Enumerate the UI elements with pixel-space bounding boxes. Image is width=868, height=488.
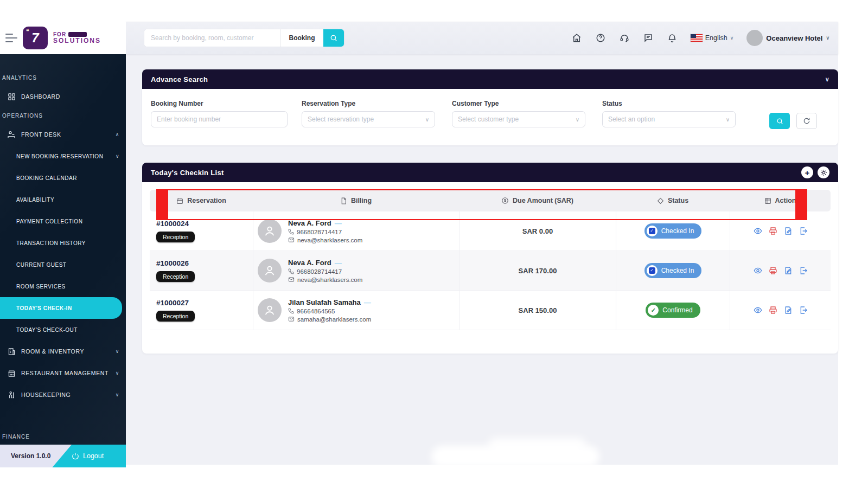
guest-detail-dash-icon[interactable]: — xyxy=(335,259,342,267)
advance-search-body: Booking Number Reservation Type Select r… xyxy=(142,89,838,145)
guest-phone: 96664864565 xyxy=(297,308,335,314)
help-icon[interactable] xyxy=(595,33,606,43)
restaurant-icon xyxy=(7,368,16,378)
view-eye-icon[interactable] xyxy=(754,227,762,235)
guest-detail-dash-icon[interactable]: — xyxy=(335,219,342,227)
filter-search-button[interactable] xyxy=(769,113,790,129)
sidebar-item-label: DASHBOARD xyxy=(21,93,60,100)
booking-number[interactable]: #1000026 xyxy=(156,259,189,267)
sidebar-item-booking-calendar[interactable]: BOOKING CALENDAR xyxy=(0,167,126,189)
guest-info: Jilan Sulafah Samaha— 96664864565 samaha… xyxy=(288,298,371,323)
sidebar-item-todays-check-in[interactable]: TODAY'S CHECK-IN xyxy=(0,297,122,319)
account-menu[interactable]: Oceanview Hotel ∨ xyxy=(746,30,829,46)
checkout-exit-icon[interactable] xyxy=(799,306,808,314)
collapse-sidebar-icon[interactable] xyxy=(5,34,17,42)
edit-document-icon[interactable] xyxy=(784,266,793,275)
add-booking-button[interactable]: + xyxy=(801,166,813,178)
sidebar-footer: Logout Version 1.0.0 xyxy=(0,445,126,467)
notifications-bell-icon[interactable] xyxy=(667,33,678,43)
topbar-actions: English ∨ Oceanview Hotel ∨ xyxy=(571,30,838,46)
table-settings-button[interactable] xyxy=(818,166,829,178)
search-scope-dropdown[interactable]: Booking xyxy=(280,29,323,47)
search-button[interactable] xyxy=(323,29,344,47)
us-flag-icon xyxy=(691,34,703,42)
guest-avatar xyxy=(258,298,282,322)
reservation-type-field: Reservation Type Select reservation type… xyxy=(302,100,435,127)
sidebar-item-availability[interactable]: AVAILABILITY xyxy=(0,189,126,210)
edit-document-icon[interactable] xyxy=(784,227,793,235)
collapse-panel-icon[interactable]: ∨ xyxy=(825,76,829,83)
chevron-down-icon: ∨ xyxy=(116,370,119,376)
sidebar-item-todays-check-out[interactable]: TODAY'S CHECK-OUT xyxy=(0,319,126,341)
logout-button[interactable]: Logout xyxy=(72,445,126,467)
reset-filters-button[interactable] xyxy=(796,113,817,129)
channel-badge: Reception xyxy=(156,232,195,242)
print-icon[interactable] xyxy=(769,266,777,275)
billing-file-icon xyxy=(340,197,347,204)
app-window: ❝ 7 FOR SOLUTIONS ANALYTICS DASHBOARD OP… xyxy=(0,0,868,488)
checkout-exit-icon[interactable] xyxy=(799,227,808,235)
sidebar-item-label: HOUSEKEEPING xyxy=(21,391,71,398)
sidebar: ANALYTICS DASHBOARD OPERATIONS FRONT DES… xyxy=(0,54,126,445)
booking-number[interactable]: #1000024 xyxy=(156,220,189,228)
print-icon[interactable] xyxy=(769,306,777,314)
channel-badge: Reception xyxy=(156,311,195,322)
sidebar-item-room-services[interactable]: ROOM SERVICES xyxy=(0,275,126,297)
col-label: Billing xyxy=(351,197,372,204)
guest-name[interactable]: Neva A. Ford xyxy=(288,219,331,227)
edit-document-icon[interactable] xyxy=(784,306,793,314)
status-text: Confirmed xyxy=(662,306,692,314)
messages-icon[interactable] xyxy=(643,33,654,43)
cell-due-amount: SAR 150.00 xyxy=(459,291,616,330)
print-icon[interactable] xyxy=(769,227,777,235)
booking-number-input[interactable] xyxy=(151,111,288,127)
checkin-list-header: Today's Checkin List + xyxy=(142,163,838,182)
sidebar-item-front-desk[interactable]: FRONT DESK ∧ xyxy=(0,124,126,145)
brand-logo: ❝ 7 xyxy=(23,27,48,49)
guest-detail-dash-icon[interactable]: — xyxy=(364,298,371,306)
guest-name[interactable]: Neva A. Ford xyxy=(288,259,331,267)
view-eye-icon[interactable] xyxy=(754,266,762,275)
sidebar-item-new-booking[interactable]: NEW BOOKING /RESERVATION ∨ xyxy=(0,145,126,167)
guest-name[interactable]: Jilan Sulafah Samaha xyxy=(288,298,361,306)
sidebar-item-dashboard[interactable]: DASHBOARD xyxy=(0,86,126,107)
checkbox-icon: ✓ xyxy=(647,226,658,236)
chevron-down-icon: ∨ xyxy=(826,35,829,41)
due-amount: SAR 0.00 xyxy=(522,227,553,235)
guest-phone: 9668028714417 xyxy=(297,268,342,275)
col-label: Due Amount (SAR) xyxy=(513,197,573,204)
chevron-up-icon: ∧ xyxy=(116,132,119,137)
customer-type-select[interactable]: Select customer type ∨ xyxy=(452,111,585,127)
reservation-type-label: Reservation Type xyxy=(302,100,435,107)
checkout-exit-icon[interactable] xyxy=(799,266,808,275)
refresh-icon xyxy=(803,117,810,125)
customer-type-field: Customer Type Select customer type ∨ xyxy=(452,100,585,127)
col-header-due-amount: Due Amount (SAR) xyxy=(459,197,616,204)
chevron-down-icon: ∨ xyxy=(730,35,734,41)
search-input[interactable] xyxy=(144,29,280,47)
cell-reservation: #1000026 Reception xyxy=(150,251,253,290)
booking-number[interactable]: #1000027 xyxy=(156,299,189,307)
sidebar-item-restaurant-management[interactable]: RESTAURANT MANAGEMENT ∨ xyxy=(0,362,126,384)
cell-reservation: #1000027 Reception xyxy=(150,291,253,330)
status-select[interactable]: Select an option ∨ xyxy=(602,111,736,127)
view-eye-icon[interactable] xyxy=(754,306,762,314)
table-row: #1000026 Reception Neva A. Ford— 9668028… xyxy=(150,251,831,291)
language-selector[interactable]: English ∨ xyxy=(691,34,734,42)
home-icon[interactable] xyxy=(571,33,582,43)
table-header-row: Reservation Billing Due Amount (SAR) xyxy=(150,190,831,211)
cell-reservation: #1000024 Reception xyxy=(150,211,253,251)
guest-email: samaha@sharklasers.com xyxy=(297,316,371,323)
sidebar-item-room-inventory[interactable]: ROOM & INVENTORY ∨ xyxy=(0,341,126,362)
sidebar-item-label: ROOM & INVENTORY xyxy=(21,348,84,355)
support-headset-icon[interactable] xyxy=(619,33,630,43)
housekeeping-icon xyxy=(7,390,16,400)
sidebar-section-operations: OPERATIONS xyxy=(0,107,126,124)
account-name: Oceanview Hotel xyxy=(766,34,822,42)
sidebar-item-housekeeping[interactable]: HOUSEKEEPING ∨ xyxy=(0,384,126,406)
chevron-down-icon: ∨ xyxy=(116,392,119,397)
sidebar-item-current-guest[interactable]: CURRENT GUEST xyxy=(0,254,126,275)
reservation-type-select[interactable]: Select reservation type ∨ xyxy=(302,111,435,127)
sidebar-item-payment-collection[interactable]: PAYMENT COLLECTION xyxy=(0,210,126,232)
sidebar-item-transaction-history[interactable]: TRANSACTION HISTORY xyxy=(0,232,126,254)
